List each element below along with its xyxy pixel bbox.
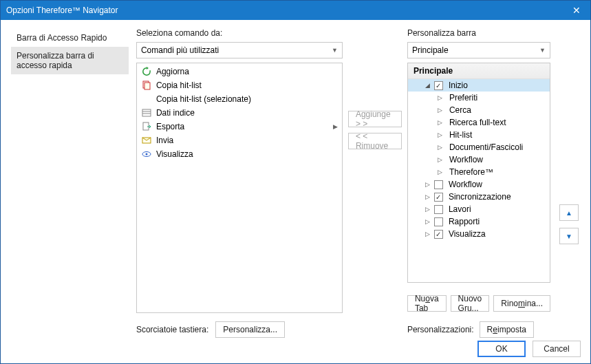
tree-row[interactable]: ▷Documenti/Fascicoli <box>408 141 550 153</box>
transfer-buttons: Aggiunge > > < < Rimuove <box>348 28 402 338</box>
expand-icon[interactable]: ▷ <box>425 193 431 200</box>
tree-row-label: Rapporti <box>449 217 480 226</box>
expand-icon[interactable]: ▷ <box>437 144 444 151</box>
svg-rect-1 <box>144 83 150 89</box>
cmd-label: Copia hit-list (selezionate) <box>156 94 251 104</box>
main-panel: Seleziona comando da: Comandi più utiliz… <box>136 28 581 334</box>
tree-row[interactable]: ▷Therefore™ <box>408 166 550 178</box>
blank-icon <box>141 94 152 105</box>
nav-item-qat[interactable]: Barra di Accesso Rapido <box>11 29 129 47</box>
refresh-icon <box>141 66 152 77</box>
cmd-export[interactable]: Esporta ▶ <box>137 120 342 133</box>
tree-row-label: Documenti/Fascicoli <box>449 142 523 152</box>
expand-icon[interactable]: ▷ <box>437 119 444 126</box>
tree-row[interactable]: ▷Sincronizzazione <box>408 191 550 203</box>
tree-row-label: Preferiti <box>449 93 477 103</box>
add-button[interactable]: Aggiunge > > <box>348 111 402 127</box>
tree-row[interactable]: ▷Cerca <box>408 104 550 116</box>
ribbon-tree[interactable]: Principale◢Inizio▷Preferiti▷Cerca▷Ricerc… <box>407 63 550 283</box>
commands-listbox[interactable]: Aggiorna Copia hit-list Copia hit-list (… <box>136 63 343 313</box>
rename-button[interactable]: Rinomina... <box>493 295 550 312</box>
eye-icon <box>141 149 152 160</box>
expand-icon[interactable]: ▷ <box>425 231 431 237</box>
choose-commands-label: Seleziona comando da: <box>136 28 343 38</box>
ribbon-combo-value: Principale <box>412 45 449 55</box>
cmd-copy-hitlist-selected[interactable]: Copia hit-list (selezionate) <box>137 92 342 106</box>
mail-icon <box>141 135 152 146</box>
cmd-label: Esporta <box>156 122 184 131</box>
expand-icon[interactable]: ▷ <box>437 169 444 175</box>
cmd-copy-hitlist[interactable]: Copia hit-list <box>137 78 342 92</box>
ribbon-column: Personalizza barra Principale ▼ Principa… <box>407 28 550 338</box>
checkbox[interactable] <box>434 230 443 239</box>
remove-button[interactable]: < < Rimuove <box>348 133 402 149</box>
tree-row-label: Lavori <box>449 204 471 214</box>
expand-icon[interactable]: ▷ <box>425 218 431 225</box>
category-list: Barra di Accesso Rapido Personalizza bar… <box>10 28 129 334</box>
cmd-send[interactable]: Invia <box>137 133 342 147</box>
new-group-button[interactable]: Nuovo Gru... <box>451 295 490 312</box>
checkbox[interactable] <box>434 205 443 214</box>
customizations-label: Personalizzazioni: <box>407 325 474 334</box>
checkbox[interactable] <box>434 193 443 202</box>
dialog-content: Barra di Accesso Rapido Personalizza bar… <box>1 20 590 334</box>
ribbon-combo[interactable]: Principale ▼ <box>407 42 550 58</box>
cmd-label: Invia <box>156 136 173 145</box>
tree-row-label: Ricerca full-text <box>449 118 506 127</box>
cmd-label: Copia hit-list <box>156 81 202 90</box>
checkbox[interactable] <box>434 180 443 189</box>
cmd-index-data[interactable]: Dati indice <box>137 106 342 120</box>
cancel-button[interactable]: Cancel <box>533 341 581 357</box>
tree-row[interactable]: ◢Inizio <box>408 79 550 92</box>
expand-icon[interactable]: ▷ <box>425 181 431 188</box>
export-icon <box>141 121 152 132</box>
svg-point-8 <box>145 153 147 156</box>
tree-row[interactable]: ▷Workflow <box>408 153 550 166</box>
tree-row[interactable]: ▷Ricerca full-text <box>408 116 550 129</box>
checkbox[interactable] <box>434 217 443 226</box>
tree-row[interactable]: ▷Workflow <box>408 178 550 191</box>
expand-icon[interactable]: ▷ <box>425 206 431 213</box>
new-tab-button[interactable]: Nuova Tab <box>407 295 447 312</box>
copy-icon <box>141 80 152 91</box>
customize-ribbon-label: Personalizza barra <box>407 28 550 38</box>
chevron-down-icon: ▼ <box>539 47 546 54</box>
svg-rect-2 <box>142 109 151 116</box>
cmd-view[interactable]: Visualizza <box>137 147 342 161</box>
move-up-button[interactable]: ▲ <box>559 204 579 221</box>
kb-shortcuts-label: Scorciatoie tastiera: <box>136 325 208 334</box>
tree-row[interactable]: ▷Visualizza <box>408 228 550 240</box>
cmd-label: Visualizza <box>156 149 193 159</box>
tree-row[interactable]: ▷Rapporti <box>408 215 550 228</box>
tree-row[interactable]: ▷Hit-list <box>408 129 550 141</box>
move-down-button[interactable]: ▼ <box>559 228 579 244</box>
tree-row-label: Therefore™ <box>449 167 493 177</box>
chevron-down-icon: ▼ <box>332 47 338 54</box>
commands-column: Seleziona comando da: Comandi più utiliz… <box>136 28 343 338</box>
tree-header: Principale <box>408 63 550 79</box>
close-icon[interactable]: ✕ <box>568 5 585 16</box>
tree-row-label: Visualizza <box>449 229 486 239</box>
expand-icon[interactable]: ▷ <box>437 107 444 114</box>
cmd-label: Aggiorna <box>156 67 189 76</box>
tree-row[interactable]: ▷Lavori <box>408 203 550 215</box>
expand-icon[interactable]: ▷ <box>437 94 444 101</box>
nav-item-customize-qat[interactable]: Personalizza barra di accesso rapida <box>11 47 129 74</box>
cmd-refresh[interactable]: Aggiorna <box>137 65 342 78</box>
commands-combo[interactable]: Comandi più utilizzati ▼ <box>136 42 343 58</box>
reorder-buttons: ▲ ▼ <box>557 28 581 338</box>
reset-button[interactable]: Reimposta <box>480 321 534 338</box>
expand-icon[interactable]: ▷ <box>437 156 444 163</box>
customize-kb-button[interactable]: Personalizza... <box>215 321 285 338</box>
expand-arrow-icon: ▶ <box>333 123 338 130</box>
tree-row-label: Hit-list <box>449 130 472 140</box>
ok-button[interactable]: OK <box>477 341 526 357</box>
tree-row-label: Sincronizzazione <box>449 192 511 202</box>
tree-row-label: Workflow <box>449 155 483 164</box>
checkbox[interactable] <box>434 81 443 90</box>
tree-row-label: Cerca <box>449 105 471 115</box>
tree-row-label: Inizio <box>449 81 468 90</box>
tree-row[interactable]: ▷Preferiti <box>408 92 550 104</box>
collapse-icon[interactable]: ◢ <box>425 82 431 89</box>
expand-icon[interactable]: ▷ <box>437 131 444 138</box>
